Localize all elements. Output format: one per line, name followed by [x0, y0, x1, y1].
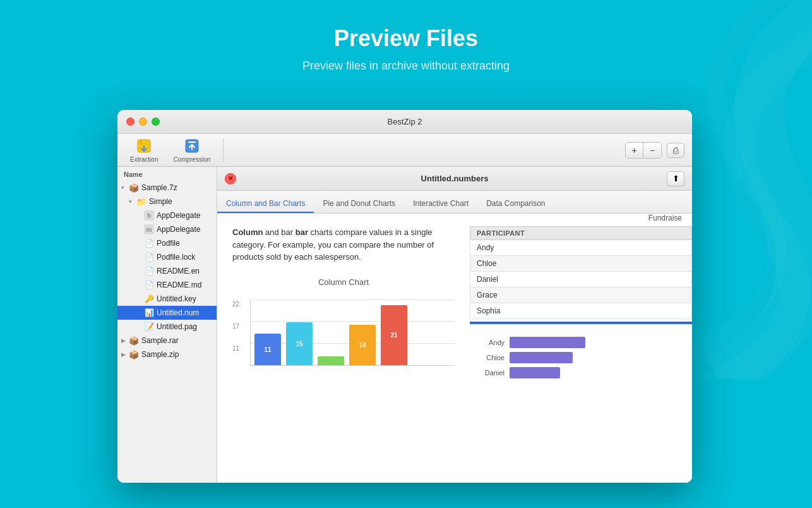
- tree-item-podfile[interactable]: 📄 Podfile: [117, 236, 217, 250]
- table-row: Grace: [470, 287, 692, 303]
- maximize-button[interactable]: [152, 118, 160, 126]
- tree-item-appdelegate-m[interactable]: m AppDelegate: [117, 222, 217, 236]
- right-content: Fundraise PARTICIPANT Andy: [470, 214, 692, 483]
- tree-label: Podfile: [157, 239, 180, 248]
- bar-fill-5: 21: [381, 305, 407, 365]
- print-button[interactable]: ⎙: [667, 143, 684, 158]
- numbers-window-title: Untitled.numbers: [421, 174, 489, 183]
- chart-wrapper: 22 17 11: [232, 293, 455, 366]
- y-axis-labels: 22 17 11: [232, 299, 239, 353]
- bar-value-4: 14: [359, 341, 366, 350]
- chart-description: Column and bar bar charts compare values…: [232, 226, 455, 263]
- selected-row-indicator: [470, 322, 692, 324]
- tab-interactive-chart[interactable]: Interactive Chart: [404, 195, 477, 213]
- toolbar: Extraction Compression + − ⎙: [117, 134, 692, 167]
- bar-2: 15: [286, 322, 313, 365]
- tree-item-untitled-numbers[interactable]: 📊 Untitled.num: [117, 306, 217, 320]
- lock-file-icon: 📄: [144, 252, 154, 262]
- compression-icon: [183, 137, 201, 155]
- tree-item-sample-rar[interactable]: ▶ 📦 Sample.rar: [117, 334, 217, 348]
- column-chart-section: Column Chart 22 17 11: [232, 276, 455, 366]
- readme-file-icon: 📄: [144, 266, 154, 276]
- bar-value-5: 21: [390, 330, 397, 340]
- tab-data-comparison[interactable]: Data Comparison: [477, 195, 554, 213]
- table-cell-sophia: Sophia: [470, 303, 692, 319]
- app-window: BestZip 2 Extraction Compression: [117, 110, 692, 483]
- numbers-titlebar: ✕ Untitled.numbers ⬆: [217, 167, 692, 191]
- numbers-preview-window: ✕ Untitled.numbers ⬆ Column and Bar Char…: [217, 167, 692, 483]
- y-label-22: 22: [232, 299, 239, 309]
- y-label-11: 11: [232, 344, 239, 353]
- bold-column: Column: [232, 227, 263, 237]
- window-title: BestZip 2: [388, 117, 422, 126]
- toolbar-separator: [223, 138, 224, 162]
- toolbar-extraction[interactable]: Extraction: [125, 135, 163, 166]
- m-file-icon: m: [144, 224, 154, 234]
- bar-3: [318, 356, 344, 365]
- preview-panel: ✕ Untitled.numbers ⬆ Column and Bar Char…: [217, 167, 692, 483]
- tree-label: README.md: [157, 281, 201, 289]
- table-row: Andy: [470, 240, 692, 256]
- tab-pie-donut-charts[interactable]: Pie and Donut Charts: [314, 195, 404, 213]
- numbers-content: Column and bar bar charts compare values…: [217, 214, 692, 483]
- minus-button[interactable]: −: [643, 143, 661, 158]
- close-button[interactable]: [126, 118, 134, 126]
- md-file-icon: 📄: [144, 280, 154, 290]
- bar-fill-3: [318, 356, 344, 365]
- bar-chart: 11 15: [250, 299, 455, 366]
- bar-4: 14: [349, 325, 376, 365]
- hbar-fill-chloe: [510, 352, 573, 363]
- tree-label: AppDelegate: [157, 225, 200, 234]
- archive-icon: 📦: [129, 183, 139, 193]
- table-row: Chloe: [470, 256, 692, 272]
- tree-label: Sample.7z: [141, 183, 177, 192]
- table-cell-daniel: Daniel: [470, 272, 692, 287]
- expand-arrow: ▾: [121, 184, 129, 191]
- tree-item-simple[interactable]: ▾ 📁 Simple: [117, 195, 217, 209]
- page-title: Preview Files: [0, 25, 812, 52]
- hbar-chart: Andy Chloe Daniel: [470, 337, 692, 378]
- bar-value-2: 15: [296, 339, 302, 349]
- tree-item-untitled-pages[interactable]: 📝 Untitled.pag: [117, 320, 217, 334]
- tree-item-untitled-key[interactable]: 🔑 Untitled.key: [117, 292, 217, 306]
- minimize-button[interactable]: [139, 118, 147, 126]
- tree-item-readme-en[interactable]: 📄 README.en: [117, 264, 217, 278]
- bar-fill-1: 11: [254, 334, 281, 365]
- y-label-17: 17: [232, 322, 239, 331]
- tree-item-sample7z[interactable]: ▾ 📦 Sample.7z: [117, 181, 217, 195]
- numbers-close-button[interactable]: ✕: [225, 173, 236, 184]
- hbar-row-daniel: Daniel: [476, 367, 686, 378]
- tree-label: Simple: [149, 197, 172, 206]
- hbar-row-chloe: Chloe: [476, 352, 686, 363]
- numbers-icon: 📊: [144, 308, 154, 318]
- add-button[interactable]: +: [626, 143, 643, 158]
- numbers-text-panel: Column and bar bar charts compare values…: [217, 214, 470, 483]
- toolbar-compression[interactable]: Compression: [168, 135, 215, 166]
- tree-item-sample-zip[interactable]: ▶ 📦 Sample.zip: [117, 348, 217, 361]
- file-icon: 📄: [144, 238, 154, 248]
- main-content: Name ▾ 📦 Sample.7z ▾ 📁 Simple h AppDeleg…: [117, 167, 692, 483]
- table-cell-chloe: Chloe: [470, 256, 692, 272]
- table-row: Sophia: [470, 303, 692, 319]
- bar-fill-2: 15: [286, 322, 313, 365]
- hbar-label-chloe: Chloe: [476, 354, 505, 361]
- hbar-label-daniel: Daniel: [476, 369, 505, 377]
- folder-icon: 📁: [136, 197, 146, 207]
- data-table: PARTICIPANT Andy Chloe: [470, 226, 692, 319]
- table-cell-grace: Grace: [470, 287, 692, 303]
- tree-item-podfile-lock[interactable]: 📄 Podfile.lock: [117, 250, 217, 264]
- pages-icon: 📝: [144, 322, 154, 332]
- header-section: Preview Files Preview files in archive w…: [0, 0, 812, 73]
- expand-arrow: ▶: [121, 351, 129, 358]
- rar-icon: 📦: [129, 336, 139, 346]
- tree-item-readme-md[interactable]: 📄 README.md: [117, 278, 217, 292]
- share-button[interactable]: ⬆: [667, 171, 684, 186]
- h-file-icon: h: [144, 210, 154, 221]
- gridline-mid: [251, 321, 455, 322]
- table-header-participant: PARTICIPANT: [470, 227, 692, 240]
- hbar-fill-daniel: [510, 367, 560, 378]
- tree-item-appdelegate-h[interactable]: h AppDelegate: [117, 209, 217, 222]
- table-row: Daniel: [470, 272, 692, 287]
- tree-label: Untitled.pag: [157, 322, 197, 331]
- tab-column-bar-charts[interactable]: Column and Bar Charts: [217, 195, 314, 213]
